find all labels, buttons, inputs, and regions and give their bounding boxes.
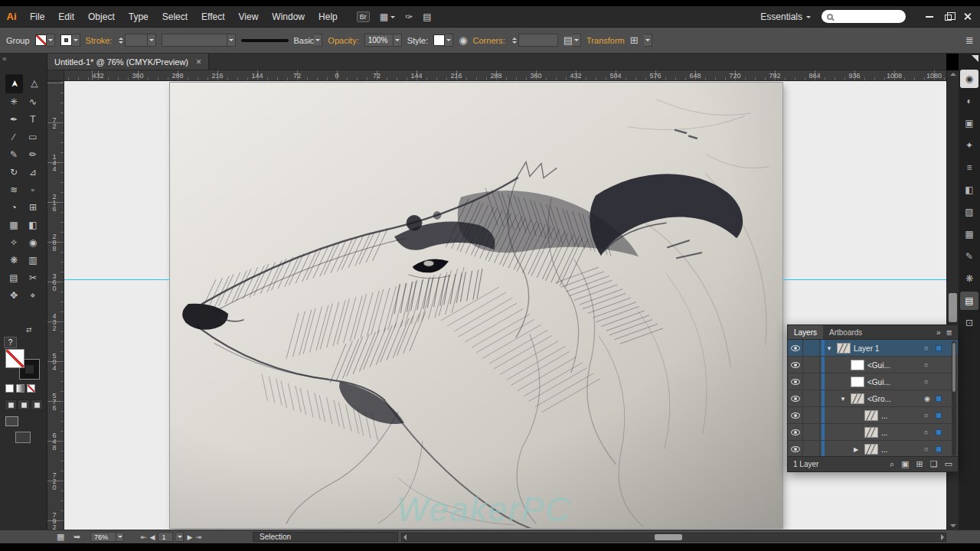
stroke-weight-field[interactable] — [125, 34, 148, 47]
line-segment-tool[interactable]: ∕ — [5, 128, 24, 145]
recolor-artwork-icon[interactable]: ◉ — [459, 34, 467, 46]
dock-icon-symbols[interactable]: ❋ — [960, 269, 978, 288]
visibility-eye-icon[interactable] — [791, 379, 800, 385]
status-readout[interactable]: Selection — [253, 532, 398, 542]
corners-field[interactable] — [518, 34, 558, 47]
chevron-down-icon[interactable] — [394, 34, 402, 47]
scroll-down-icon[interactable] — [950, 524, 956, 527]
selection-tool[interactable]: ➤ — [5, 74, 23, 93]
pen-tool[interactable]: ✒ — [5, 110, 24, 128]
artboard-number-field[interactable]: 1 — [158, 532, 173, 542]
stepper-icon[interactable] — [511, 34, 518, 47]
layer-name[interactable]: ... — [881, 407, 887, 424]
scroll-right-icon[interactable] — [941, 534, 944, 540]
visibility-eye-icon[interactable] — [791, 396, 800, 402]
layer-row[interactable]: ...○ — [788, 407, 958, 424]
locate-object-icon[interactable]: ⌕ — [890, 459, 894, 469]
stroke-link[interactable]: Stroke: — [86, 36, 113, 45]
dock-icon-swatches[interactable]: ▦ — [960, 225, 978, 243]
target-circle-icon[interactable]: ○ — [924, 407, 928, 424]
magic-wand-tool[interactable]: ✳ — [5, 93, 24, 110]
layer-row[interactable]: ▼<Gro...◉ — [788, 390, 958, 407]
delete-layer-icon[interactable]: ▭ — [945, 459, 952, 469]
rotate-tool[interactable]: ↻ — [5, 163, 24, 181]
pencil-tool[interactable]: ✏ — [24, 145, 43, 163]
color-button[interactable] — [5, 384, 14, 393]
first-artboard-icon[interactable]: ⇤ — [141, 533, 147, 541]
horizontal-guide[interactable] — [782, 279, 946, 280]
none-button[interactable] — [27, 384, 35, 393]
menu-view[interactable]: View — [232, 6, 266, 28]
width-tool[interactable]: ≋ — [5, 181, 24, 198]
opacity-field[interactable]: 100% — [364, 34, 394, 47]
chevron-down-icon[interactable] — [47, 34, 55, 47]
chevron-down-icon[interactable] — [445, 34, 453, 47]
target-circle-icon[interactable]: ○ — [924, 357, 928, 373]
disclosure-triangle-icon[interactable]: ▼ — [826, 340, 832, 357]
eyedropper-tool[interactable]: ✧ — [5, 233, 24, 251]
panel-menu-icon[interactable]: ≣ — [965, 34, 974, 46]
horizontal-scroll-thumb[interactable] — [655, 534, 682, 540]
dock-icon-appearance[interactable]: ▣ — [960, 114, 978, 132]
arrange-documents-icon[interactable]: ▦ — [380, 11, 395, 22]
draw-behind-button[interactable] — [18, 399, 30, 410]
artboard-tool[interactable]: ▤ — [5, 269, 24, 286]
tab-layers[interactable]: Layers — [788, 325, 823, 339]
chevron-down-icon[interactable] — [644, 34, 652, 47]
next-artboard-icon[interactable]: ▶ — [187, 533, 192, 541]
chevron-down-icon[interactable] — [314, 34, 322, 47]
bridge-icon[interactable]: Br — [357, 11, 370, 22]
screen-mode-icon[interactable]: ▤ — [423, 11, 431, 22]
fill-color-control[interactable] — [35, 34, 55, 47]
layer-name[interactable]: <Gui... — [867, 373, 890, 390]
menu-edit[interactable]: Edit — [51, 6, 81, 28]
disclosure-triangle-icon[interactable]: ▼ — [840, 390, 846, 407]
swap-fill-stroke-icon[interactable]: ⇄ — [26, 326, 32, 334]
chevron-down-icon[interactable] — [72, 34, 80, 47]
search-box[interactable] — [822, 10, 906, 23]
menu-effect[interactable]: Effect — [194, 6, 231, 28]
paintbrush-tool[interactable]: ✎ — [5, 145, 24, 163]
dock-icon-stroke[interactable]: ≡ — [960, 158, 978, 177]
screen-mode-button[interactable] — [5, 416, 18, 426]
layer-row[interactable]: <Gui...○ — [788, 357, 958, 373]
direct-selection-tool[interactable]: ▷ — [24, 74, 42, 93]
layer-row[interactable]: ▶...○ — [788, 441, 958, 458]
disclosure-triangle-icon[interactable]: ▶ — [854, 441, 858, 458]
workspace-switcher[interactable]: Essentials — [760, 11, 811, 22]
transform-link[interactable]: Transform — [586, 36, 625, 45]
hand-tool[interactable]: ✥ — [5, 286, 24, 304]
stroke-weight-control[interactable] — [117, 34, 156, 47]
lasso-tool[interactable]: ∿ — [24, 93, 43, 110]
minimize-button[interactable] — [920, 10, 939, 24]
visibility-eye-icon[interactable] — [791, 412, 800, 419]
gradient-tool[interactable]: ◧ — [24, 216, 43, 233]
menu-object[interactable]: Object — [81, 6, 122, 28]
feather-icon[interactable]: ✑ — [405, 11, 413, 22]
visibility-eye-icon[interactable] — [791, 345, 800, 351]
dock-icon-color-guide[interactable]: ◐ — [960, 92, 978, 110]
menu-select[interactable]: Select — [155, 6, 194, 28]
gradient-button[interactable] — [16, 384, 24, 393]
target-circle-icon[interactable]: ○ — [924, 424, 928, 441]
tab-artboards[interactable]: Artboards — [823, 325, 868, 339]
free-transform-tool[interactable]: ▫ — [24, 181, 43, 198]
shape-builder-tool[interactable]: ◔ — [5, 198, 24, 216]
scale-tool[interactable]: ⊿ — [24, 163, 43, 181]
layers-scrollbar[interactable] — [952, 341, 956, 456]
layer-row[interactable]: <Gui...○ — [788, 373, 958, 390]
style-control[interactable] — [433, 34, 453, 47]
export-icon[interactable]: ➥ — [74, 532, 80, 542]
close-tab-icon[interactable]: × — [196, 57, 201, 67]
dock-icon-brushes[interactable]: ✎ — [960, 247, 978, 266]
horizontal-guide[interactable] — [64, 279, 170, 280]
layer-name[interactable]: ... — [881, 424, 887, 441]
selection-color-square[interactable] — [936, 446, 942, 452]
fill-color-swatch[interactable] — [5, 349, 24, 368]
target-circle-icon[interactable]: ◉ — [924, 390, 930, 407]
mesh-tool[interactable]: ▦ — [5, 216, 24, 233]
grid-icon[interactable]: ▦ — [57, 532, 64, 542]
scroll-left-icon[interactable] — [403, 534, 407, 540]
corners-control[interactable] — [511, 34, 558, 47]
selection-color-square[interactable] — [936, 396, 942, 402]
